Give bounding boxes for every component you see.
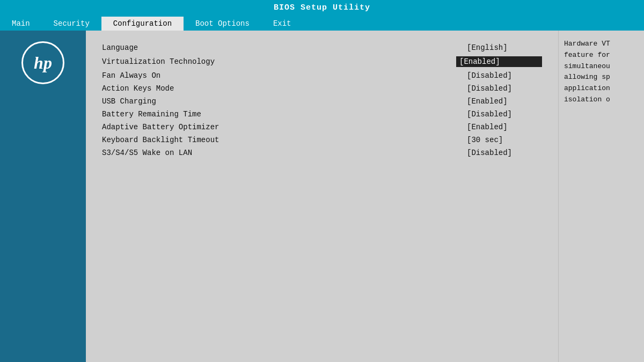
setting-label-wake-on-lan: S3/S4/S5 Wake on LAN [102,149,456,157]
title-text: BIOS Setup Utility [274,3,370,12]
hp-logo-panel: hp [0,31,86,362]
info-line-0: Hardware VT [564,40,610,48]
bottom-area [102,159,542,351]
setting-label-battery-remaining: Battery Remaining Time [102,110,456,119]
setting-wake-on-lan[interactable]: S3/S4/S5 Wake on LAN [Disabled] [102,146,542,159]
setting-virtualization[interactable]: Virtualization Technology [Enabled] [102,54,542,69]
menu-main[interactable]: Main [0,17,42,31]
setting-battery-remaining[interactable]: Battery Remaining Time [Disabled] [102,108,542,121]
menu-configuration[interactable]: Configuration [101,17,184,31]
info-panel: Hardware VT feature for simultaneou allo… [558,31,644,362]
info-line-4: application [564,84,610,92]
setting-value-keyboard-backlight: [30 sec] [456,136,542,144]
setting-value-usb-charging: [Enabled] [456,97,542,106]
info-text: Hardware VT feature for simultaneou allo… [564,39,639,106]
setting-value-virtualization: [Enabled] [456,56,542,67]
hp-logo: hp [21,41,64,84]
setting-value-action-keys: [Disabled] [456,84,542,93]
setting-usb-charging[interactable]: USB Charging [Enabled] [102,95,542,108]
setting-fan[interactable]: Fan Always On [Disabled] [102,69,542,82]
setting-label-adaptive-battery: Adaptive Battery Optimizer [102,123,456,131]
hp-logo-text: hp [34,53,52,73]
info-line-3: allowing sp [564,73,610,81]
menu-security[interactable]: Security [42,17,101,31]
setting-label-virtualization: Virtualization Technology [102,57,456,66]
setting-label-language: Language [102,43,456,52]
setting-value-language: [English] [456,43,542,52]
menu-bar: Main Security Configuration Boot Options… [0,14,644,31]
settings-panel: Language [English] Virtualization Techno… [86,31,558,362]
info-line-1: feature for [564,51,610,59]
setting-value-adaptive-battery: [Enabled] [456,123,542,131]
setting-label-fan: Fan Always On [102,71,456,80]
setting-language[interactable]: Language [English] [102,41,542,54]
setting-label-usb-charging: USB Charging [102,97,456,106]
bios-title: BIOS Setup Utility [0,0,644,14]
menu-exit[interactable]: Exit [261,17,303,31]
setting-value-wake-on-lan: [Disabled] [456,149,542,157]
menu-boot-options[interactable]: Boot Options [184,17,261,31]
setting-label-action-keys: Action Keys Mode [102,84,456,93]
setting-value-battery-remaining: [Disabled] [456,110,542,119]
setting-keyboard-backlight[interactable]: Keyboard Backlight Timeout [30 sec] [102,134,542,146]
setting-adaptive-battery[interactable]: Adaptive Battery Optimizer [Enabled] [102,121,542,134]
setting-label-keyboard-backlight: Keyboard Backlight Timeout [102,136,456,144]
info-line-2: simultaneou [564,62,610,70]
info-line-5: isolation o [564,95,610,104]
setting-action-keys[interactable]: Action Keys Mode [Disabled] [102,82,542,95]
setting-value-fan: [Disabled] [456,71,542,80]
main-content: hp Language [English] Virtualization Tec… [0,31,644,362]
